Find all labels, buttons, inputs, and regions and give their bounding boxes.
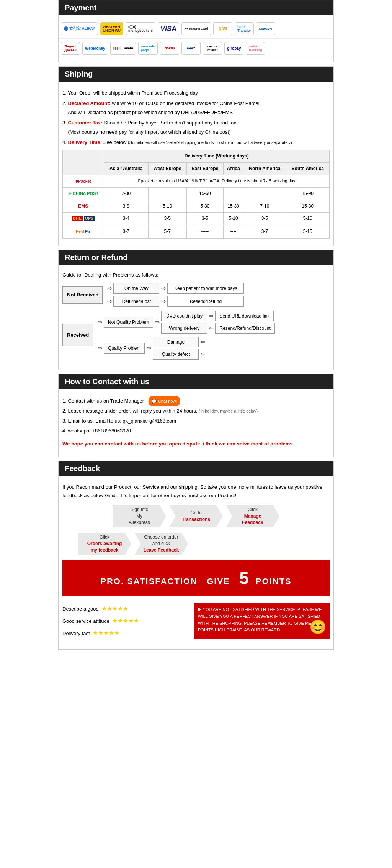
- step-orders-awaiting: Click Orders awaiting my feedback: [78, 533, 131, 555]
- contact-title: How to Contact with us: [65, 377, 149, 386]
- review-item-2: Good service attitude ★★★★★: [62, 615, 190, 627]
- col-africa: Africa: [223, 162, 243, 175]
- carrier-fedex: FedEx: [63, 225, 104, 238]
- arrow-2: ⇒: [161, 285, 166, 292]
- arrow-6: ⇒: [155, 318, 160, 326]
- carrier-header: [63, 150, 104, 175]
- arrow-8: ⇐: [209, 324, 214, 332]
- flow-quality-defect: Quality defect: [153, 349, 199, 360]
- flow-not-quality-items: DVD couldn't play ⇒ Send URL download li…: [161, 311, 274, 334]
- flow-quality-items: Damage ⇐ Quality defect ⇐: [153, 337, 207, 360]
- contact-header: How to Contact with us: [59, 374, 333, 389]
- payment-section: Payment 🔵 支付宝 ALIPAY WESTERNUNION WU (((…: [58, 0, 334, 62]
- logo-moneybookers: ((( )))moneybookers: [126, 22, 155, 35]
- logo-webmoney: WebMoney: [82, 42, 108, 55]
- flow-dvd-row: DVD couldn't play ⇒ Send URL download li…: [161, 311, 274, 321]
- feedback-steps-row1: Sign into My Aliexpress Go to Transactio…: [62, 505, 330, 527]
- flow-send-url: Send URL download link: [215, 311, 274, 321]
- flow-not-received-group: Not Received ⇒ On the Way ⇒ Keep patient…: [62, 283, 330, 307]
- flow-quality-problem: Quality Problem: [104, 343, 145, 354]
- review-row: Describe a good ★★★★★ Good service attit…: [62, 600, 330, 642]
- review-item-3: Delivery fast ★★★★★: [62, 627, 190, 639]
- carrier-ems: EMS: [63, 200, 104, 213]
- shipping-title: Shiping: [65, 70, 93, 78]
- shipping-section: Shiping 1. Your Order will be shipped wi…: [58, 66, 334, 246]
- flow-wrong-delivery: Wrong delivery: [161, 323, 207, 334]
- row-dhl: DHL UPS 3-4 3-5 3-5 5-10 3-5 5-10: [63, 213, 330, 225]
- logo-mastercard: ●● MasterCard: [181, 22, 211, 35]
- payment-logos: 🔵 支付宝 ALIPAY WESTERNUNION WU ((( )))mone…: [59, 19, 333, 39]
- feedback-steps-row2: Click Orders awaiting my feedback Choose…: [62, 533, 330, 555]
- step-manage-feedback: Click Manage Feedback: [226, 505, 279, 527]
- row-chinapost: ✈ CHINA POST 7-30 15-60 15-90: [63, 188, 330, 200]
- logo-doku: doku$: [160, 42, 179, 55]
- shipping-point-1: 1. Your Order will be shipped within Pro…: [62, 88, 330, 97]
- flow-not-quality-branch: ⇒ Not Quality Problem ⇒ DVD couldn't pla…: [96, 311, 275, 334]
- arrow-11: ⇐: [200, 338, 205, 346]
- satisfaction-bar: PRO. SATISFACTION GIVE 5 POINTS: [62, 560, 330, 597]
- satisfaction-prefix: PRO. SATISFACTION GIVE: [100, 576, 236, 586]
- flow-not-quality: Not Quality Problem: [104, 317, 153, 328]
- col-south-america: South America: [286, 162, 330, 175]
- contact-notice: We hope you can contact with us before y…: [62, 439, 330, 449]
- flow-row-on-way: ⇒ On the Way ⇒ Keep patient to wait more…: [105, 283, 244, 294]
- delivery-table: Delivery Time (Working days) Asia / Aust…: [62, 150, 330, 238]
- customer-tax-label: Customer Tax:: [68, 120, 102, 126]
- flow-not-received: Not Received: [62, 286, 103, 304]
- logo-mercado: mercadopago: [138, 42, 158, 55]
- payment-header: Payment: [59, 0, 333, 15]
- review-text: IF YOU ARE NOT SATISFIED WITH THE SERVIC…: [198, 607, 322, 632]
- step-go-to-transactions: Go to Transactions: [169, 505, 223, 527]
- arrow-7: ⇒: [209, 312, 214, 319]
- logo-bank-transfer: bankTransfer: [235, 22, 254, 35]
- flow-wrong-row: Wrong delivery ⇐ Resend/Refund/Discount: [161, 323, 274, 334]
- flowchart: Not Received ⇒ On the Way ⇒ Keep patient…: [62, 282, 330, 361]
- flow-defect-row: Quality defect ⇐: [153, 349, 207, 360]
- declared-amount-label: Declared Amount:: [68, 100, 110, 106]
- contact-point-1: 1. Contact with us on Trade Manager 💬 Ch…: [62, 396, 330, 406]
- flow-returned-lost: Returned/Lost: [113, 296, 159, 307]
- guide-text: Guide for Dealing with Problems as follo…: [62, 272, 330, 278]
- payment-title: Payment: [65, 3, 96, 12]
- return-section: Return or Refund Guide for Dealing with …: [58, 250, 334, 370]
- flow-on-way: On the Way: [113, 283, 159, 294]
- contact-content: 1. Contact with us on Trade Manager 💬 Ch…: [59, 393, 333, 452]
- logo-sofort: sofortbanking: [246, 42, 265, 55]
- shipping-point-4: 4. Delivery Time: See below (Sometimes w…: [62, 138, 330, 147]
- flow-received: Received: [62, 324, 93, 346]
- logo-western-union: WESTERNUNION WU: [100, 22, 124, 35]
- shipping-point-2: 2. Declared Amount: will write 10 or 15u…: [62, 99, 330, 117]
- smiley-icon: 😊: [309, 616, 327, 638]
- col-north-america: North America: [243, 162, 286, 175]
- return-header: Return or Refund: [59, 250, 333, 265]
- logo-epay: ePAY: [181, 42, 201, 55]
- col-west-europe: West Europe: [148, 162, 186, 175]
- feedback-content: If you Recommand our Product, our Servic…: [59, 480, 333, 645]
- logo-yandex: ЯндексДеньги: [61, 42, 80, 55]
- contact-section: How to Contact with us 1. Contact with u…: [58, 374, 334, 457]
- logo-alipay: 🔵 支付宝 ALIPAY: [61, 22, 98, 35]
- arrow-1: ⇒: [107, 285, 112, 292]
- review-right: IF YOU ARE NOT SATISFIED WITH THE SERVIC…: [194, 603, 330, 639]
- logo-qiwi: QIWI: [213, 22, 232, 35]
- arrow-3: ⇒: [107, 298, 112, 305]
- logo-giropay: giropay: [224, 42, 243, 55]
- carrier-chinapost: ✈ CHINA POST: [63, 188, 104, 200]
- flow-resend-discount: Resend/Refund/Discount: [215, 323, 274, 334]
- feedback-section: Feedback If you Recommand our Product, o…: [58, 461, 334, 650]
- review-left: Describe a good ★★★★★ Good service attit…: [62, 603, 190, 639]
- logo-online-retailer: Onlineretailer: [203, 42, 222, 55]
- flow-received-sub: ⇒ Not Quality Problem ⇒ DVD couldn't pla…: [96, 311, 275, 360]
- satisfaction-number: 5: [239, 569, 249, 588]
- delivery-time-label: Delivery Time:: [68, 139, 102, 145]
- epacket-note: Epacket can ship to USA/AU/UK/FR/UA/CA, …: [104, 175, 329, 188]
- shipping-point-3: 3. Customer Tax: Should be Paid by buyer…: [62, 118, 330, 136]
- logo-maestro: Maestro: [256, 22, 275, 35]
- chat-badge: 💬 Chat now!: [149, 396, 180, 406]
- arrow-12: ⇐: [200, 350, 205, 358]
- flow-resend-refund1: Resend/Refund: [167, 296, 244, 307]
- arrow-4: ⇒: [161, 298, 166, 305]
- delivery-time-header: Delivery Time (Working days): [104, 150, 329, 163]
- flow-damage: Damage: [153, 337, 199, 347]
- feedback-intro: If you Recommand our Product, our Servic…: [62, 483, 330, 500]
